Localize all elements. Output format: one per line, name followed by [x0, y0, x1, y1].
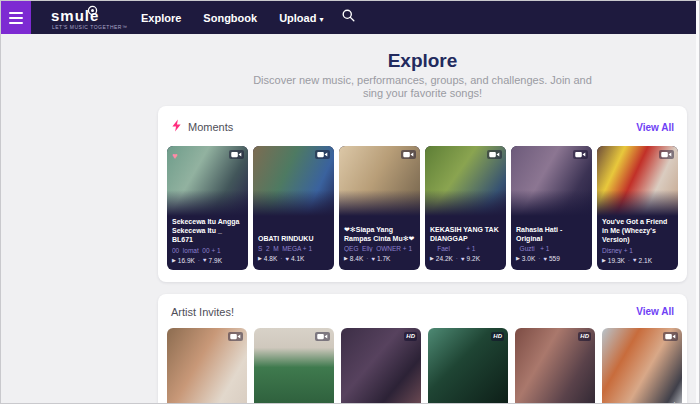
video-camera-icon	[315, 150, 330, 159]
moment-card[interactable]: Rahasia Hati - Original _Guzti_ + 1 ▶3.0…	[511, 146, 592, 270]
video-info: KEKASIH YANG TAK DIANGGAP __Fael____ + 1…	[425, 216, 506, 268]
video-title[interactable]: You've Got a Friend in Me (Wheezy's Vers…	[602, 217, 673, 245]
artist-invite-thumbnail[interactable]: HD	[341, 328, 421, 404]
moment-card[interactable]: You've Got a Friend in Me (Wheezy's Vers…	[597, 146, 678, 270]
video-info: OBATI RINDUKU S_2_M_MEGA + 1 ▶4.8K · ♥4.…	[253, 216, 334, 268]
video-stats: ▶4.8K · ♥4.1K	[258, 255, 329, 262]
video-thumbnail[interactable]	[597, 146, 678, 216]
video-thumbnail[interactable]: ♥	[167, 146, 248, 216]
play-count-icon: ▶	[344, 256, 348, 261]
hd-badge: HD	[491, 332, 504, 341]
video-thumbnail[interactable]	[511, 146, 592, 216]
like-count: 2.1K	[639, 257, 652, 264]
moments-section: Moments View All ♥ Sekecewa Itu Angga Se…	[158, 106, 687, 282]
hero-block: Explore Discover new music, performances…	[158, 34, 687, 100]
moments-card-row: ♥ Sekecewa Itu Angga Sekecewa Itu _ BL67…	[167, 146, 678, 270]
moment-card[interactable]: ♥ Sekecewa Itu Angga Sekecewa Itu _ BL67…	[167, 146, 248, 270]
smule-logo-tagline: LET'S MUSIC TOGETHER™	[52, 24, 127, 30]
video-author[interactable]: Disney + 1	[602, 247, 673, 254]
video-author[interactable]: QEG_Elly_OWNER + 1	[344, 245, 415, 252]
moment-card[interactable]: ❤✻Siapa Yang Rampas Cinta Mu✻❤ QEG_Elly_…	[339, 146, 420, 270]
video-thumbnail[interactable]	[339, 146, 420, 216]
video-stats: ▶3.0K · ♥559	[516, 255, 587, 262]
moments-title-wrap: Moments	[171, 118, 233, 136]
like-count: 9.2K	[467, 255, 480, 262]
video-title[interactable]: ❤✻Siapa Yang Rampas Cinta Mu✻❤	[344, 225, 415, 243]
play-count: 16.9K	[178, 257, 195, 264]
search-button[interactable]	[341, 8, 356, 27]
moment-card[interactable]: KEKASIH YANG TAK DIANGGAP __Fael____ + 1…	[425, 146, 506, 270]
artist-invites-section-title: Artist Invites!	[171, 306, 234, 318]
nav-item-upload-label: Upload	[279, 12, 316, 24]
play-count-icon: ▶	[172, 258, 176, 263]
moment-card[interactable]: OBATI RINDUKU S_2_M_MEGA + 1 ▶4.8K · ♥4.…	[253, 146, 334, 270]
play-count: 19.3K	[608, 257, 625, 264]
nav-item-upload[interactable]: Upload▾	[279, 12, 323, 24]
hamburger-menu-button[interactable]	[1, 1, 31, 34]
video-stats: ▶8.4K · ♥1.7K	[344, 255, 415, 262]
video-title[interactable]: Rahasia Hati - Original	[516, 225, 587, 243]
like-count: 7.9K	[209, 257, 222, 264]
stat-separator: ·	[198, 257, 200, 264]
main-content: Explore Discover new music, performances…	[158, 34, 687, 404]
artist-invite-thumbnail[interactable]: smule	[602, 328, 682, 404]
video-stats: ▶16.9K · ♥7.9K	[172, 257, 243, 264]
hamburger-bar	[9, 22, 23, 24]
stat-separator: ·	[366, 255, 368, 262]
video-camera-icon	[573, 150, 588, 159]
artist-invites-card-row: HD HD HD smule	[167, 328, 678, 404]
video-camera-icon	[659, 150, 674, 159]
video-author[interactable]: 00_lomat_00 + 1	[172, 247, 243, 254]
video-camera-icon	[487, 150, 502, 159]
play-count: 4.8K	[264, 255, 277, 262]
video-author[interactable]: S_2_M_MEGA + 1	[258, 245, 329, 252]
hamburger-bar	[9, 12, 23, 14]
video-thumbnail[interactable]	[253, 146, 334, 216]
video-author[interactable]: _Guzti_ + 1	[516, 245, 587, 252]
video-info: Rahasia Hati - Original _Guzti_ + 1 ▶3.0…	[511, 216, 592, 268]
moments-section-title: Moments	[188, 121, 233, 133]
moments-view-all-link[interactable]: View All	[636, 122, 674, 133]
play-count: 24.2K	[436, 255, 453, 262]
play-count-icon: ▶	[258, 256, 262, 261]
like-count-icon: ♥	[285, 256, 289, 262]
page-title: Explore	[158, 48, 687, 74]
artist-invite-thumbnail[interactable]: HD	[515, 328, 595, 404]
hamburger-bar	[9, 17, 23, 19]
nav-item-explore[interactable]: Explore	[141, 12, 181, 24]
like-count: 4.1K	[291, 255, 304, 262]
stat-separator: ·	[456, 255, 458, 262]
like-count-icon: ♥	[203, 257, 207, 263]
like-count-icon: ♥	[633, 257, 637, 263]
video-author[interactable]: __Fael____ + 1	[430, 245, 501, 252]
top-navbar: smule LET'S MUSIC TOGETHER™ Explore Song…	[1, 1, 699, 34]
artist-invite-thumbnail[interactable]: HD	[428, 328, 508, 404]
hd-badge: HD	[404, 332, 417, 341]
play-count-icon: ▶	[602, 258, 606, 263]
video-title[interactable]: Sekecewa Itu Angga Sekecewa Itu _ BL671	[172, 217, 243, 245]
video-camera-icon	[401, 150, 416, 159]
artist-invites-view-all-link[interactable]: View All	[636, 306, 674, 317]
artist-invite-thumbnail[interactable]	[167, 328, 247, 404]
video-title[interactable]: KEKASIH YANG TAK DIANGGAP	[430, 225, 501, 243]
hd-badge: HD	[578, 332, 591, 341]
nav-item-songbook[interactable]: Songbook	[203, 12, 257, 24]
video-title[interactable]: OBATI RINDUKU	[258, 234, 329, 243]
nav-links: Explore Songbook Upload▾	[141, 12, 323, 24]
artist-invite-thumbnail[interactable]	[254, 328, 334, 404]
video-thumbnail[interactable]	[425, 146, 506, 216]
chevron-down-icon: ▾	[319, 15, 323, 24]
heart-sticker-icon: ♥	[172, 152, 177, 161]
search-icon	[341, 8, 356, 27]
page-scrollbar[interactable]	[696, 1, 699, 403]
video-stats: ▶24.2K · ♥9.2K	[430, 255, 501, 262]
smule-logo[interactable]: smule LET'S MUSIC TOGETHER™	[45, 1, 123, 34]
video-camera-icon	[663, 332, 678, 341]
smule-explore-page: smule LET'S MUSIC TOGETHER™ Explore Song…	[0, 0, 700, 404]
video-stats: ▶19.3K · ♥2.1K	[602, 257, 673, 264]
page-subtitle: Discover new music, performances, groups…	[247, 74, 599, 100]
play-count-icon: ▶	[430, 256, 434, 261]
artist-invites-section: Artist Invites! View All HD HD HD	[158, 294, 687, 404]
lightning-bolt-icon	[171, 118, 182, 136]
like-count-icon: ♥	[543, 256, 547, 262]
